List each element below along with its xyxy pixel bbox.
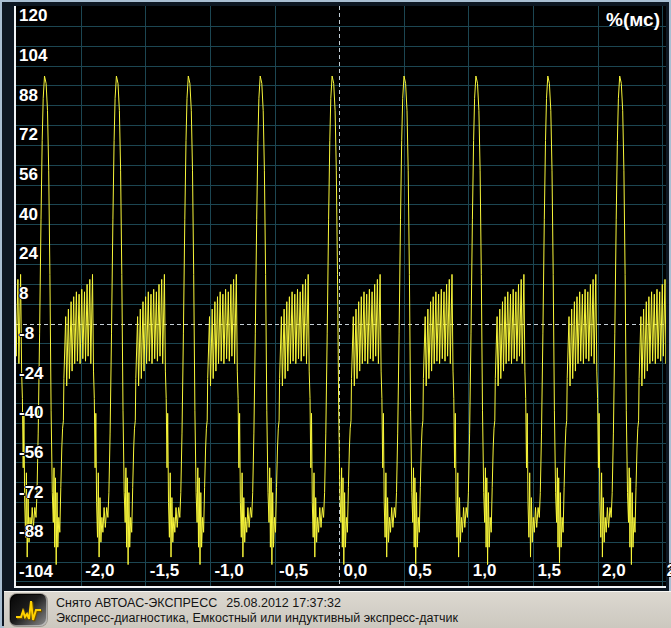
signal-trace-period <box>45 76 117 565</box>
status-line-recorded: Снято АВТОАС-ЭКСПРЕСС25.08.2012 17:37:32 <box>56 596 341 610</box>
signal-trace-period <box>16 76 45 565</box>
x-tick-label: 2 <box>667 562 671 580</box>
status-line-mode: Экспресс-диагностика, Емкостный или инду… <box>56 611 458 625</box>
axis-unit-label: %(мс) <box>606 9 660 31</box>
signal-trace-period <box>620 76 666 565</box>
signal-trace <box>16 76 666 565</box>
recorded-datetime: 25.08.2012 17:37:32 <box>226 596 341 610</box>
waveform-icon <box>12 596 45 624</box>
status-bar: Снято АВТОАС-ЭКСПРЕСС25.08.2012 17:37:32… <box>4 591 671 628</box>
signal-trace-period <box>476 76 548 565</box>
signal-trace-period <box>332 76 404 565</box>
signal-trace-period <box>188 76 260 565</box>
signal-trace-period <box>404 76 476 565</box>
recorded-by-label: Снято АВТОАС-ЭКСПРЕСС <box>56 596 217 610</box>
signal-trace-period <box>116 76 188 565</box>
diagnostic-mode-label: Экспресс-диагностика, Емкостный или инду… <box>56 611 458 625</box>
oscillogram-canvas[interactable] <box>16 6 666 586</box>
oscillogram-panel: 12010488725640248-8-24-40-56-72-88-104 -… <box>14 6 666 588</box>
signal-trace-period <box>260 76 332 565</box>
app-window-frame: 12010488725640248-8-24-40-56-72-88-104 -… <box>0 0 671 628</box>
oscillogram-thumbnail-icon[interactable] <box>10 594 47 626</box>
signal-trace-period <box>548 76 620 565</box>
